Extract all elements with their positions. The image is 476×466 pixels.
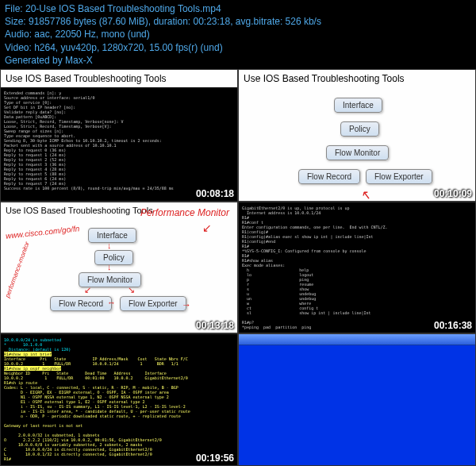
box-flow-record: Flow Record	[298, 169, 360, 184]
thumb-4-timestamp: 00:16:38	[434, 320, 472, 331]
box-flow-monitor: Flow Monitor	[326, 145, 389, 160]
file-line: File: 20-Use IOS Based Troubleshooting T…	[5, 2, 471, 15]
thumb-3: Use IOS Based Troubleshooting Tools Perf…	[0, 202, 238, 334]
red-arrow-icon: ↔	[107, 298, 116, 307]
blue-desktop	[239, 334, 475, 465]
red-arrow-icon: ↙	[202, 221, 212, 234]
thumb-2-title: Use IOS Based Troubleshooting Tools	[239, 70, 475, 87]
video-line: Video: h264, yuv420p, 1280x720, 15.00 fp…	[5, 41, 471, 54]
audio-line: Audio: aac, 22050 Hz, mono (und)	[5, 28, 471, 40]
thumb-5: 10.0.0.0/24 is subnetted * 10.1.0.0 Dist…	[0, 333, 238, 466]
thumb-6	[238, 333, 476, 466]
box-interface: Interface	[334, 98, 382, 113]
thumb-3-timestamp: 00:13:18	[196, 320, 234, 331]
red-arrow-icon: ↓	[107, 241, 112, 250]
red-arrow-icon: ↙	[84, 285, 91, 295]
red-arrow-icon: →	[182, 299, 191, 310]
thumb-1-timestamp: 00:08:18	[196, 188, 234, 199]
box-interface: Interface	[88, 228, 136, 243]
thumb-2: Use IOS Based Troubleshooting Tools Inte…	[238, 69, 476, 202]
red-arrow-icon: ↘	[128, 285, 135, 295]
generated-line: Generated by Max-X	[5, 54, 471, 67]
media-info-header: File: 20-Use IOS Based Troubleshooting T…	[0, 0, 476, 69]
red-arrow-icon: ↓	[107, 262, 112, 272]
side-annotation: performance-monitor	[4, 241, 31, 298]
thumb-5-timestamp: 00:19:56	[196, 453, 234, 464]
thumb-1-title: Use IOS Based Troubleshooting Tools	[1, 70, 237, 87]
box-flow-exporter: Flow Exporter	[366, 169, 432, 184]
url-annotation: www.cisco.com/go/fn	[6, 224, 80, 241]
thumb-2-timestamp: 00:10:09	[434, 188, 472, 199]
box-policy: Policy	[340, 121, 379, 137]
size-line: Size: 91857786 bytes (87.60 MiB), durati…	[5, 15, 471, 28]
thumb-4: GigabitEthernet2/0 is up, line protocol …	[238, 202, 476, 334]
thumb-4-terminal: GigabitEthernet2/0 is up, line protocol …	[239, 202, 475, 333]
performance-monitor-label: Performance Monitor	[140, 207, 229, 218]
box-flow-exporter: Flow Exporter	[120, 296, 186, 311]
thumbnail-grid: Use IOS Based Troubleshooting Tools Exte…	[0, 69, 476, 466]
thumb-1: Use IOS Based Troubleshooting Tools Exte…	[0, 69, 238, 202]
box-policy: Policy	[94, 250, 133, 265]
box-flow-record: Flow Record	[50, 296, 112, 311]
cursor-arrow-icon: ↖	[360, 187, 370, 202]
window-titlebar	[239, 334, 475, 345]
thumb-5-terminal: 10.0.0.0/24 is subnetted * 10.1.0.0 Dist…	[1, 334, 237, 465]
thumb-1-terminal: Extended commands [n]: y Source address …	[1, 87, 237, 201]
